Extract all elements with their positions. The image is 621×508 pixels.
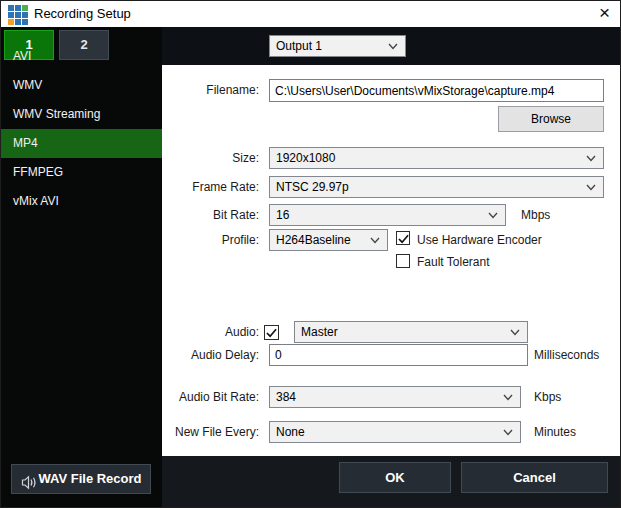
fault-tolerant-checkbox[interactable]: [396, 254, 410, 268]
size-select[interactable]: 1920x1080: [269, 147, 604, 169]
chevron-down-icon: [586, 155, 596, 162]
new-file-every-select[interactable]: None: [269, 421, 521, 443]
speaker-icon: [21, 472, 38, 487]
recording-setup-dialog: Recording Setup × 1 2 AVI WMV WMV Stream…: [0, 0, 621, 508]
use-hardware-encoder-label: Use Hardware Encoder: [417, 229, 542, 251]
profile-select[interactable]: H264Baseline: [269, 229, 388, 251]
use-hardware-encoder-checkbox[interactable]: [396, 231, 410, 245]
bit-rate-unit: Mbps: [521, 204, 550, 226]
bit-rate-select[interactable]: 16: [269, 204, 506, 226]
cancel-button[interactable]: Cancel: [461, 462, 608, 493]
bit-rate-select-value: 16: [276, 205, 289, 225]
close-icon[interactable]: ×: [587, 1, 621, 27]
sidebar-item-ffmpeg[interactable]: FFMPEG: [1, 158, 162, 187]
audio-bit-rate-select-value: 384: [276, 387, 296, 407]
audio-bit-rate-label: Audio Bit Rate:: [162, 386, 259, 408]
fault-tolerant-label: Fault Tolerant: [417, 251, 490, 273]
profile-select-value: H264Baseline: [276, 230, 351, 250]
size-select-value: 1920x1080: [276, 148, 335, 168]
new-file-every-unit: Minutes: [534, 421, 576, 443]
audio-label: Audio:: [162, 321, 259, 343]
chevron-down-icon: [503, 394, 513, 401]
chevron-down-icon: [510, 329, 520, 336]
sidebar-item-mp4[interactable]: MP4: [1, 129, 162, 158]
filename-input[interactable]: [269, 79, 604, 102]
audio-delay-label: Audio Delay:: [162, 344, 259, 366]
profile-label: Profile:: [162, 229, 259, 251]
format-list: AVI WMV WMV Streaming MP4 FFMPEG vMix AV…: [1, 42, 162, 216]
wav-file-record-button[interactable]: WAV File Record: [11, 464, 151, 494]
wav-file-record-label: WAV File Record: [38, 471, 141, 486]
new-file-every-label: New File Every:: [162, 421, 259, 443]
audio-delay-input[interactable]: [269, 344, 528, 366]
sidebar-item-wmv[interactable]: WMV: [1, 71, 162, 100]
vmix-logo-icon: [8, 5, 28, 25]
size-label: Size:: [162, 147, 259, 169]
audio-delay-unit: Milliseconds: [534, 344, 599, 366]
frame-rate-label: Frame Rate:: [162, 176, 259, 198]
sidebar-item-avi[interactable]: AVI: [1, 42, 162, 71]
frame-rate-select[interactable]: NTSC 29.97p: [269, 176, 604, 198]
chevron-down-icon: [370, 237, 380, 244]
ok-button[interactable]: OK: [339, 462, 451, 493]
audio-bit-rate-unit: Kbps: [534, 386, 561, 408]
browse-button[interactable]: Browse: [498, 106, 604, 132]
output-select-value: Output 1: [276, 36, 322, 56]
audio-bit-rate-select[interactable]: 384: [269, 386, 521, 408]
new-file-every-select-value: None: [276, 422, 305, 442]
chevron-down-icon: [586, 184, 596, 191]
sidebar-item-wmv-streaming[interactable]: WMV Streaming: [1, 100, 162, 129]
bit-rate-label: Bit Rate:: [162, 204, 259, 226]
chevron-down-icon: [503, 429, 513, 436]
chevron-down-icon: [388, 43, 398, 50]
output-select[interactable]: Output 1: [269, 35, 406, 57]
audio-checkbox[interactable]: [264, 325, 279, 340]
filename-label: Filename:: [162, 79, 259, 102]
window-title: Recording Setup: [34, 1, 131, 27]
sidebar-item-vmix-avi[interactable]: vMix AVI: [1, 187, 162, 216]
audio-source-select[interactable]: Master: [294, 321, 528, 343]
frame-rate-select-value: NTSC 29.97p: [276, 177, 349, 197]
audio-source-select-value: Master: [301, 322, 338, 342]
titlebar: Recording Setup ×: [1, 1, 621, 27]
chevron-down-icon: [488, 212, 498, 219]
